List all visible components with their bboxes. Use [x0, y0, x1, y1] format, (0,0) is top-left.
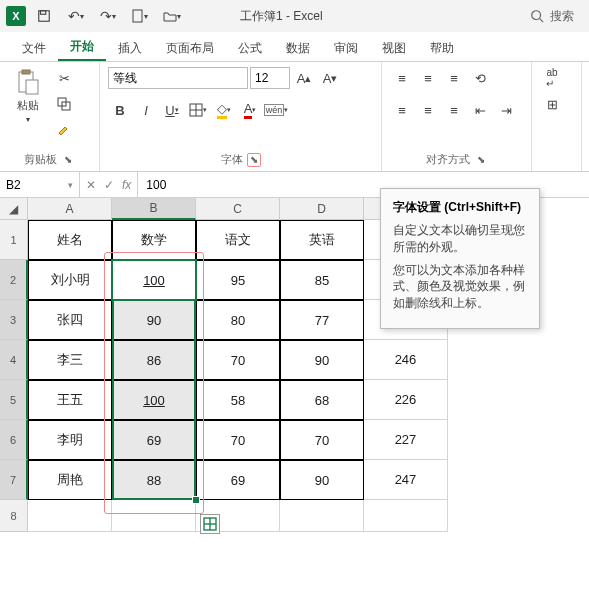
align-bottom-button[interactable]: ≡	[442, 66, 466, 90]
cell-e4[interactable]: 246	[364, 340, 448, 380]
cell-d2[interactable]: 85	[280, 260, 364, 300]
font-size-select[interactable]	[250, 67, 290, 89]
row-header-4[interactable]: 4	[0, 340, 28, 380]
font-name-select[interactable]	[108, 67, 248, 89]
grow-font-button[interactable]: A▴	[292, 66, 316, 90]
new-file-button[interactable]: ▾	[126, 4, 154, 28]
undo-button[interactable]: ↶▾	[62, 4, 90, 28]
align-center-button[interactable]: ≡	[416, 98, 440, 122]
open-file-button[interactable]: ▾	[158, 4, 186, 28]
cut-button[interactable]: ✂	[52, 66, 76, 90]
cell-c5[interactable]: 58	[196, 380, 280, 420]
underline-button[interactable]: U▾	[160, 98, 184, 122]
tab-review[interactable]: 审阅	[322, 34, 370, 61]
row-header-7[interactable]: 7	[0, 460, 28, 500]
tab-help[interactable]: 帮助	[418, 34, 466, 61]
cell-d8[interactable]	[280, 500, 364, 532]
col-header-c[interactable]: C	[196, 198, 280, 220]
indent-right-button[interactable]: ⇥	[494, 98, 518, 122]
cell-b4[interactable]: 86	[112, 340, 196, 380]
cell-d7[interactable]: 90	[280, 460, 364, 500]
tab-insert[interactable]: 插入	[106, 34, 154, 61]
font-color-button[interactable]: A▾	[238, 98, 262, 122]
cell-a6[interactable]: 李明	[28, 420, 112, 460]
row-header-5[interactable]: 5	[0, 380, 28, 420]
row-header-2[interactable]: 2	[0, 260, 28, 300]
clipboard-dialog-launcher[interactable]: ⬊	[61, 153, 75, 167]
shrink-font-button[interactable]: A▾	[318, 66, 342, 90]
name-box[interactable]: B2▾	[0, 172, 80, 197]
phonetic-button[interactable]: wén▾	[264, 98, 288, 122]
cell-d1[interactable]: 英语	[280, 220, 364, 260]
svg-point-3	[532, 11, 541, 20]
col-header-b[interactable]: B	[112, 198, 196, 220]
align-top-button[interactable]: ≡	[390, 66, 414, 90]
cell-a4[interactable]: 李三	[28, 340, 112, 380]
cell-c6[interactable]: 70	[196, 420, 280, 460]
col-header-d[interactable]: D	[280, 198, 364, 220]
cell-c2[interactable]: 95	[196, 260, 280, 300]
cell-b3[interactable]: 90	[112, 300, 196, 340]
italic-button[interactable]: I	[134, 98, 158, 122]
cell-b5[interactable]: 100	[112, 380, 196, 420]
cell-d4[interactable]: 90	[280, 340, 364, 380]
accept-formula-icon[interactable]: ✓	[104, 178, 114, 192]
cell-b6[interactable]: 69	[112, 420, 196, 460]
cell-a2[interactable]: 刘小明	[28, 260, 112, 300]
search-input[interactable]: 搜索	[521, 5, 583, 28]
col-header-a[interactable]: A	[28, 198, 112, 220]
cell-a5[interactable]: 王五	[28, 380, 112, 420]
fill-color-button[interactable]: ◇▾	[212, 98, 236, 122]
tab-layout[interactable]: 页面布局	[154, 34, 226, 61]
redo-button[interactable]: ↷▾	[94, 4, 122, 28]
bold-button[interactable]: B	[108, 98, 132, 122]
merge-button[interactable]: ⊞	[540, 92, 564, 116]
cell-e8[interactable]	[364, 500, 448, 532]
align-right-button[interactable]: ≡	[442, 98, 466, 122]
cell-d6[interactable]: 70	[280, 420, 364, 460]
fx-icon[interactable]: fx	[122, 178, 131, 192]
align-dialog-launcher[interactable]: ⬊	[474, 153, 488, 167]
cell-d3[interactable]: 77	[280, 300, 364, 340]
row-header-1[interactable]: 1	[0, 220, 28, 260]
quick-analysis-icon[interactable]	[200, 514, 220, 534]
cell-a7[interactable]: 周艳	[28, 460, 112, 500]
align-left-button[interactable]: ≡	[390, 98, 414, 122]
cell-b1[interactable]: 数学	[112, 220, 196, 260]
format-painter-button[interactable]	[52, 118, 76, 142]
cell-a8[interactable]	[28, 500, 112, 532]
save-button[interactable]	[30, 4, 58, 28]
paste-button[interactable]: 粘贴 ▾	[8, 66, 48, 126]
fill-handle[interactable]	[192, 496, 200, 504]
tab-formula[interactable]: 公式	[226, 34, 274, 61]
cell-e7[interactable]: 247	[364, 460, 448, 500]
row-header-6[interactable]: 6	[0, 420, 28, 460]
cell-c4[interactable]: 70	[196, 340, 280, 380]
tab-file[interactable]: 文件	[10, 34, 58, 61]
cell-a1[interactable]: 姓名	[28, 220, 112, 260]
tab-home[interactable]: 开始	[58, 32, 106, 61]
row-header-3[interactable]: 3	[0, 300, 28, 340]
select-all-corner[interactable]: ◢	[0, 198, 28, 220]
row-header-8[interactable]: 8	[0, 500, 28, 532]
align-middle-button[interactable]: ≡	[416, 66, 440, 90]
tab-data[interactable]: 数据	[274, 34, 322, 61]
cell-b2[interactable]: 100	[112, 260, 196, 300]
orientation-button[interactable]: ⟲	[468, 66, 492, 90]
cell-b8[interactable]	[112, 500, 196, 532]
border-button[interactable]: ▾	[186, 98, 210, 122]
cell-b7[interactable]: 88	[112, 460, 196, 500]
cell-c1[interactable]: 语文	[196, 220, 280, 260]
cell-c7[interactable]: 69	[196, 460, 280, 500]
cell-e5[interactable]: 226	[364, 380, 448, 420]
wrap-text-button[interactable]: ab↵	[540, 66, 564, 90]
copy-button[interactable]	[52, 92, 76, 116]
cancel-formula-icon[interactable]: ✕	[86, 178, 96, 192]
cell-a3[interactable]: 张四	[28, 300, 112, 340]
cell-c3[interactable]: 80	[196, 300, 280, 340]
tab-view[interactable]: 视图	[370, 34, 418, 61]
indent-left-button[interactable]: ⇤	[468, 98, 492, 122]
cell-e6[interactable]: 227	[364, 420, 448, 460]
cell-d5[interactable]: 68	[280, 380, 364, 420]
font-dialog-launcher[interactable]: ⬊	[247, 153, 261, 167]
